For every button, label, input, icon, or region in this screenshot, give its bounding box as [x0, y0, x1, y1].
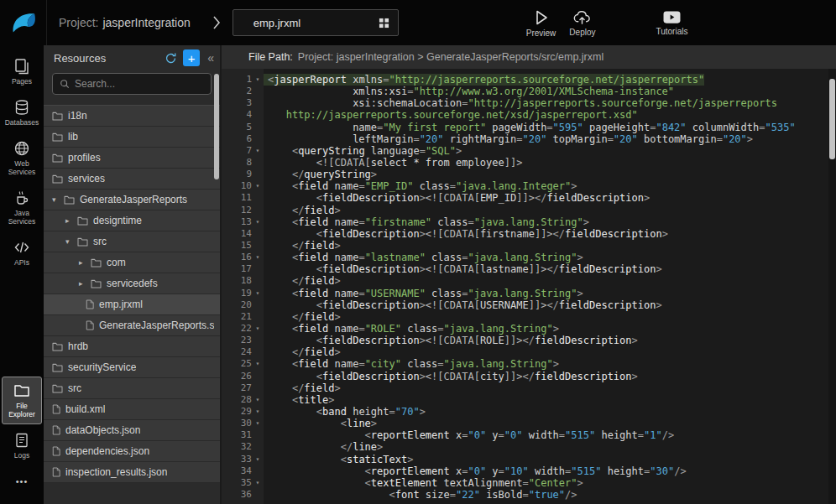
fold-toggle-icon[interactable]: ▾ [252, 74, 264, 86]
code-line-31[interactable]: 31 <reportElement x="0" y="0" width="515… [222, 429, 836, 441]
file-tab[interactable]: emp.jrxml [233, 9, 399, 36]
code-line-17[interactable]: 17 <fieldDescription><![CDATA[lastname]]… [222, 263, 836, 275]
code-line-32[interactable]: 32 </line> [222, 441, 836, 453]
code-line-28[interactable]: 28▾ <title> [222, 394, 836, 406]
fold-toggle-icon[interactable]: ▾ [252, 180, 264, 192]
fold-toggle-icon[interactable]: ▾ [252, 477, 264, 489]
search-input[interactable] [75, 78, 204, 90]
tree-item-profiles[interactable]: profiles [44, 148, 220, 169]
code-line-11[interactable]: 11 <fieldDescription><![CDATA[EMP_ID]]><… [222, 192, 836, 204]
code-line-30[interactable]: 30▾ <line> [222, 418, 836, 429]
tree-item-src[interactable]: ▾src [44, 231, 220, 252]
resources-scrollbar-thumb[interactable] [214, 74, 219, 179]
code-line-24[interactable]: 24 </field> [222, 346, 836, 358]
preview-button[interactable]: Preview [526, 8, 556, 38]
code-line-7[interactable]: 7▾ <queryString language="SQL"> [222, 145, 836, 157]
code-editor[interactable]: 1▾<jasperReport xmlns="http://jasperrepo… [222, 69, 836, 504]
sidebar-item-apis[interactable]: APIs [2, 233, 42, 273]
code-line-2[interactable]: 2 xmlns:xsi="http://www.w3.org/2001/XMLS… [222, 86, 836, 97]
app-logo[interactable] [0, 0, 47, 45]
expand-arrow-icon[interactable]: ▸ [65, 216, 76, 225]
tree-item-securityservice[interactable]: securityService [44, 357, 220, 378]
code-line-10[interactable]: 10▾ <field name="EMP_ID" class="java.lan… [222, 180, 836, 192]
tree-item-label: emp.jrxml [99, 299, 143, 310]
tree-item-hrdb[interactable]: hrdb [44, 336, 220, 357]
grid-view-icon[interactable] [379, 18, 389, 29]
tree-item-designtime[interactable]: ▸designtime [44, 210, 220, 231]
tree-item-dataobjects-json[interactable]: dataObjects.json [44, 420, 220, 441]
code-line-27[interactable]: 27 </field> [222, 382, 836, 394]
refresh-button[interactable] [165, 52, 177, 65]
sidebar-item-java-services[interactable]: Java Services [2, 184, 42, 231]
tree-item-generatejasperreports[interactable]: ▾GenerateJasperReports [44, 190, 220, 210]
fold-toggle-icon[interactable]: ▾ [252, 288, 264, 299]
tree-item-build-xml[interactable]: build.xml [44, 399, 220, 420]
code-line-12[interactable]: 12 </field> [222, 205, 836, 216]
fold-toggle-icon[interactable]: ▾ [252, 252, 264, 263]
tree-item-i18n[interactable]: i18n [44, 106, 220, 127]
collapse-panel-button[interactable]: « [206, 51, 216, 65]
editor-scrollbar-track[interactable] [828, 69, 836, 504]
code-line-20[interactable]: 20 <fieldDescription><![CDATA[USERNAME]]… [222, 299, 836, 311]
line-number: 8 [222, 157, 252, 169]
sidebar-item-file-explorer[interactable]: File Explorer [2, 377, 42, 424]
code-line-35[interactable]: 35▾ <textElement textAlignment="Center"> [222, 477, 836, 489]
tree-item-lib[interactable]: lib [44, 127, 220, 148]
tree-item-services[interactable]: services [44, 169, 220, 190]
code-line-26[interactable]: 26 <fieldDescription><![CDATA[city]]></f… [222, 371, 836, 382]
sidebar-item-databases[interactable]: Databases [2, 93, 42, 132]
fold-toggle-icon[interactable]: ▾ [252, 394, 264, 406]
add-resource-button[interactable]: + [183, 49, 200, 66]
line-number: 7 [222, 145, 252, 157]
code-text: </field> [264, 275, 341, 287]
fold-toggle-icon[interactable]: ▾ [252, 145, 264, 157]
code-line-6[interactable]: 6 leftMargin="20" rightMargin="20" topMa… [222, 133, 836, 145]
file-path-bar: File Path: Project: jasperIntegration > … [222, 45, 836, 69]
code-line-25[interactable]: 25▾ <field name="city" class="java.lang.… [222, 358, 836, 370]
collapse-arrow-icon[interactable]: ▾ [52, 195, 62, 204]
tree-item-generatejasperreports-s[interactable]: GenerateJasperReports.s [44, 315, 220, 336]
sidebar-item-more[interactable]: ••• [2, 467, 42, 496]
fold-toggle-icon[interactable]: ▾ [252, 418, 264, 429]
code-line-9[interactable]: 9 </queryString> [222, 169, 836, 180]
tree-item-inspection-results-json[interactable]: inspection_results.json [44, 462, 220, 483]
code-line-23[interactable]: 23 <fieldDescription><![CDATA[ROLE]]></f… [222, 335, 836, 346]
tree-item-servicedefs[interactable]: ▸servicedefs [44, 273, 220, 294]
deploy-button[interactable]: Deploy [569, 8, 595, 37]
fold-toggle-icon[interactable]: ▾ [252, 406, 264, 418]
sidebar-item-logs[interactable]: Logs [2, 426, 42, 465]
tree-item-com[interactable]: ▸com [44, 252, 220, 273]
tree-item-label: GenerateJasperReports [80, 194, 187, 205]
expand-arrow-icon[interactable]: ▸ [79, 279, 89, 288]
code-line-34[interactable]: 34 <reportElement x="0" y="10" width="51… [222, 465, 836, 477]
expand-arrow-icon[interactable]: ▸ [79, 258, 89, 267]
fold-toggle-icon[interactable]: ▾ [252, 454, 264, 465]
tree-item-emp-jrxml[interactable]: emp.jrxml [44, 294, 220, 315]
sidebar-item-pages[interactable]: Pages [2, 52, 42, 91]
code-line-4[interactable]: 4 http://jasperreports.sourceforge.net/x… [222, 109, 836, 121]
code-line-18[interactable]: 18 </field> [222, 275, 836, 287]
editor-scrollbar-thumb[interactable] [829, 79, 835, 159]
fold-toggle-icon[interactable]: ▾ [252, 216, 264, 228]
code-line-3[interactable]: 3 xsi:schemaLocation="http://jasperrepor… [222, 97, 836, 109]
sidebar-item-web-services[interactable]: Web Services [2, 134, 42, 182]
code-line-1[interactable]: 1▾<jasperReport xmlns="http://jasperrepo… [222, 74, 836, 86]
collapse-arrow-icon[interactable]: ▾ [65, 237, 76, 246]
code-line-8[interactable]: 8 <![CDATA[select * from employee]]> [222, 157, 836, 169]
code-line-22[interactable]: 22▾ <field name="ROLE" class="java.lang.… [222, 323, 836, 335]
tree-item-dependencies-json[interactable]: dependencies.json [44, 441, 220, 462]
code-line-29[interactable]: 29▾ <band height="70"> [222, 406, 836, 418]
code-line-16[interactable]: 16▾ <field name="lastname" class="java.l… [222, 252, 836, 263]
tutorials-button[interactable]: Tutorials [656, 9, 687, 36]
code-line-33[interactable]: 33▾ <staticText> [222, 454, 836, 465]
code-line-19[interactable]: 19▾ <field name="USERNAME" class="java.l… [222, 288, 836, 299]
fold-toggle-icon[interactable]: ▾ [252, 358, 264, 370]
code-line-21[interactable]: 21 </field> [222, 311, 836, 323]
code-line-36[interactable]: 36 <font size="22" isBold="true"/> [222, 489, 836, 501]
code-line-14[interactable]: 14 <fieldDescription><![CDATA[firstname]… [222, 228, 836, 240]
code-line-13[interactable]: 13▾ <field name="firstname" class="java.… [222, 216, 836, 228]
tree-item-src[interactable]: src [44, 378, 220, 399]
code-line-5[interactable]: 5 name="My first report" pageWidth="595"… [222, 122, 836, 133]
code-line-15[interactable]: 15 </field> [222, 240, 836, 252]
fold-toggle-icon[interactable]: ▾ [252, 323, 264, 335]
